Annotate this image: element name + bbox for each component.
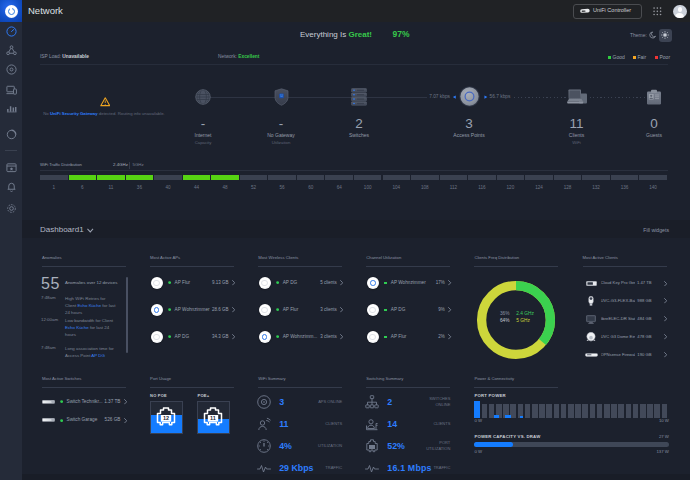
svg-text:11: 11 [210, 415, 216, 421]
svg-text:12: 12 [163, 415, 169, 421]
